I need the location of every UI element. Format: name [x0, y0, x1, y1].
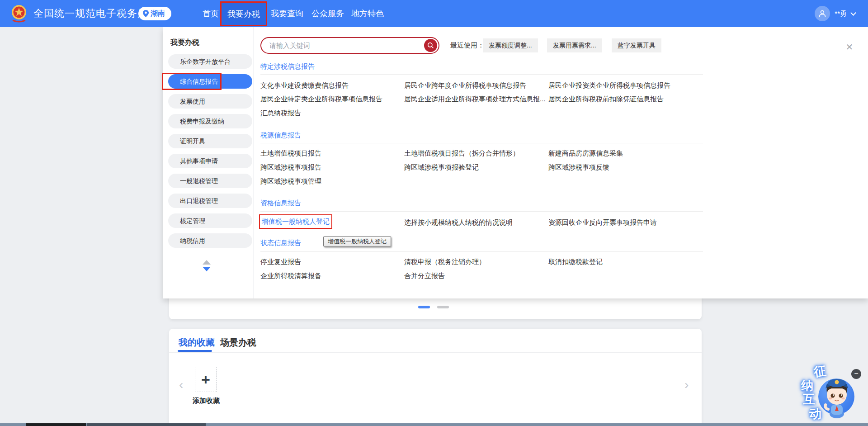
mascot-char: 互 — [803, 391, 815, 407]
menu-link[interactable]: 合并分立报告 — [404, 270, 445, 282]
sidebar-item-certificate-issuance[interactable]: 证明开具 — [168, 134, 252, 148]
mascot-assistant[interactable]: 征 纳 互 动 − — [796, 360, 868, 426]
tabs-divider — [169, 352, 702, 353]
collapse-mascot-button[interactable]: − — [851, 369, 861, 379]
scrollbar-thumb-secondary — [87, 423, 206, 426]
menu-link[interactable]: 跨区域涉税事项报验登记 — [404, 161, 479, 173]
menu-link[interactable]: 居民企业适用企业所得税事项处理方式信息报... — [404, 93, 546, 105]
menu-link[interactable]: 居民企业跨年度企业所得税事项信息报告 — [404, 80, 526, 91]
recent-button-invoice-demand[interactable]: 发票用票需求... — [547, 38, 602, 52]
region-label: 湖南 — [151, 9, 165, 19]
close-icon[interactable]: ✕ — [844, 42, 854, 52]
user-menu[interactable]: **勇 — [815, 0, 855, 27]
menu-link[interactable]: 选择按小规模纳税人纳税的情况说明 — [404, 217, 513, 228]
sidebar-divider — [253, 27, 254, 298]
site-title: 全国统一规范电子税务局 — [33, 0, 148, 27]
mascot-char: 征 — [813, 362, 827, 380]
sidebar-item-export-refund[interactable]: 出口退税管理 — [168, 194, 252, 208]
section-title-qualification-info[interactable]: 资格信息报告 — [260, 199, 301, 208]
search-icon — [427, 42, 434, 49]
scroll-down-arrow-icon[interactable] — [203, 267, 211, 271]
section-title-status-info[interactable]: 状态信息报告 — [260, 239, 301, 247]
menu-link[interactable]: 居民企业所得税税前扣除凭证信息报告 — [548, 93, 664, 105]
sidebar-title: 我要办税 — [170, 38, 199, 47]
menu-link[interactable]: 取消扣缴税款登记 — [548, 256, 603, 268]
section-divider — [260, 74, 703, 75]
scroll-up-arrow-icon[interactable] — [203, 260, 211, 265]
menu-link[interactable]: 清税申报（税务注销办理） — [404, 256, 486, 268]
tax-bureau-emblem-icon — [9, 4, 29, 24]
search-button[interactable] — [424, 39, 437, 52]
section-divider — [260, 211, 703, 212]
nav-home[interactable]: 首页 — [203, 0, 219, 27]
top-header: 全国统一规范电子税务局 湖南 首页 我要办税 我要查询 公众服务 地方特色 **… — [0, 0, 868, 27]
add-favorite-button[interactable]: + — [195, 367, 217, 392]
menu-link[interactable]: 土地增值税项目报告（拆分合并情形） — [404, 147, 519, 159]
sidebar-item-assessment-management[interactable]: 核定管理 — [168, 213, 252, 228]
tooltip-vat-general-taxpayer: 增值税一般纳税人登记 — [323, 236, 391, 247]
menu-link[interactable]: 跨区域涉税事项反馈 — [548, 161, 609, 173]
nav-public-services[interactable]: 公众服务 — [311, 0, 344, 27]
nav-inquiry[interactable]: 我要查询 — [271, 0, 303, 27]
menu-link[interactable]: 跨区域涉税事项报告 — [260, 161, 321, 173]
menu-link[interactable]: 企业所得税清算报备 — [260, 270, 321, 282]
menu-link[interactable]: 跨区域涉税事项管理 — [260, 175, 321, 187]
menu-link[interactable]: 土地增值税项目报告 — [260, 147, 321, 159]
recent-button-invoice-quota[interactable]: 发票额度调整... — [483, 38, 538, 52]
minus-icon: − — [854, 369, 858, 377]
menu-link[interactable]: 居民企业特定类企业所得税事项信息报告 — [260, 93, 382, 105]
section-title-specific-tax-info[interactable]: 特定涉税信息报告 — [260, 62, 315, 71]
banner-card — [169, 296, 702, 319]
menu-link-vat-general-taxpayer-registration[interactable]: 增值税一般纳税人登记 — [259, 214, 332, 229]
sidebar-item-other-applications[interactable]: 其他事项申请 — [168, 154, 252, 168]
section-title-tax-source-info[interactable]: 税源信息报告 — [260, 131, 301, 140]
menu-link[interactable]: 资源回收企业反向开票事项报告申请 — [548, 217, 657, 228]
sidebar-item-general-refund[interactable]: 一般退税管理 — [168, 174, 252, 188]
tab-my-favorites[interactable]: 我的收藏 — [179, 336, 215, 349]
sidebar-item-leqi-platform[interactable]: 乐企数字开放平台 — [168, 54, 252, 69]
recent-used-label: 最近使用： — [450, 41, 484, 50]
menu-search — [260, 37, 439, 54]
carousel-indicator[interactable] — [437, 306, 449, 308]
sidebar-item-tax-declaration[interactable]: 税费申报及缴纳 — [168, 114, 252, 128]
plus-icon: + — [201, 371, 210, 388]
favorites-card: 我的收藏 场景办税 ‹ + 添加收藏 › — [169, 329, 702, 426]
active-tab-underline — [178, 350, 212, 352]
horizontal-scrollbar[interactable] — [0, 423, 868, 426]
menu-link[interactable]: 文化事业建设费缴费信息报告 — [260, 80, 349, 91]
user-avatar[interactable] — [815, 6, 830, 21]
menu-link[interactable]: 停业复业报告 — [260, 256, 301, 268]
location-pin-icon — [143, 10, 149, 17]
menu-link[interactable]: 汇总纳税报告 — [260, 107, 301, 119]
person-icon — [818, 9, 827, 18]
nav-tax-services[interactable]: 我要办税 — [220, 1, 267, 26]
sidebar-item-comprehensive-info-report[interactable]: 综合信息报告 — [168, 74, 252, 89]
sidebar-item-tax-credit[interactable]: 纳税信用 — [168, 233, 252, 248]
section-divider — [260, 251, 703, 252]
user-name: **勇 — [835, 9, 847, 18]
section-divider — [260, 143, 703, 143]
sidebar-item-invoice-use[interactable]: 发票使用 — [168, 94, 252, 109]
tax-services-mega-menu: 我要办税 乐企数字开放平台 综合信息报告 发票使用 税费申报及缴纳 证明开具 其… — [163, 27, 868, 298]
nav-local-features[interactable]: 地方特色 — [351, 0, 384, 27]
chevron-right-icon[interactable]: › — [684, 379, 689, 391]
search-input[interactable] — [269, 39, 419, 52]
region-selector[interactable]: 湖南 — [138, 7, 171, 20]
mascot-char: 动 — [809, 406, 821, 422]
scrollbar-thumb[interactable] — [26, 423, 86, 426]
menu-link[interactable]: 居民企业投资类企业所得税事项信息报告 — [548, 80, 670, 91]
tax-officer-mascot-icon — [819, 373, 854, 418]
chevron-left-icon[interactable]: ‹ — [179, 379, 183, 391]
recent-button-blue-invoice[interactable]: 蓝字发票开具 — [612, 38, 661, 52]
chevron-down-icon — [850, 10, 856, 16]
add-favorite-label: 添加收藏 — [188, 397, 224, 405]
carousel-indicator-active[interactable] — [418, 306, 430, 308]
tab-scenario-tax[interactable]: 场景办税 — [220, 336, 256, 349]
menu-link[interactable]: 新建商品房房源信息采集 — [548, 147, 623, 159]
